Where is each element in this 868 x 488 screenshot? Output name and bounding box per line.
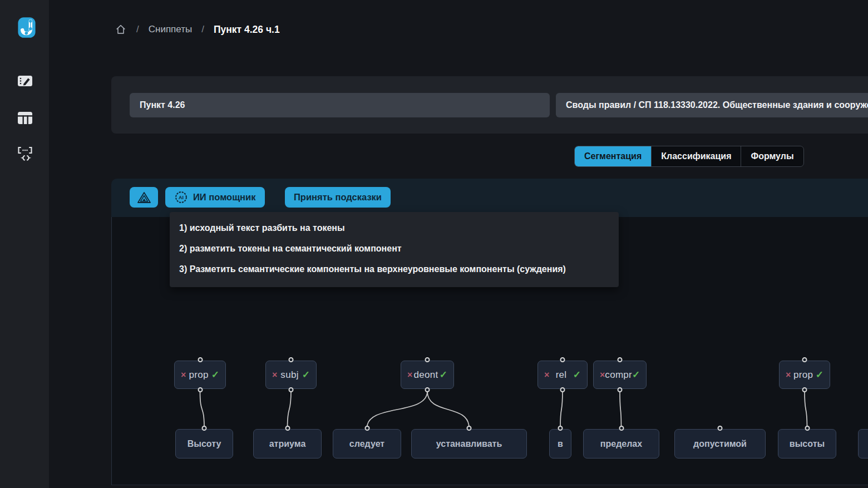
type-node[interactable]: ×prop✓ bbox=[174, 361, 226, 389]
type-node[interactable]: ×subj✓ bbox=[265, 361, 317, 389]
type-node[interactable]: ×deont✓ bbox=[401, 361, 454, 389]
token-box[interactable]: устанавливать bbox=[411, 429, 527, 459]
token-box[interactable]: в bbox=[549, 429, 571, 459]
logo-icon bbox=[14, 15, 39, 40]
accept-suggestions-button[interactable]: Принять подсказки bbox=[285, 187, 391, 208]
node-accept-icon[interactable]: ✓ bbox=[440, 370, 447, 379]
token-handle-top[interactable] bbox=[718, 426, 723, 431]
node-handle-bottom[interactable] bbox=[618, 387, 623, 392]
suggestion-item[interactable]: 1) исходный текст разбить на токены bbox=[170, 218, 619, 239]
node-remove-icon[interactable]: × bbox=[786, 371, 791, 379]
type-node[interactable]: ×rel✓ bbox=[537, 361, 588, 389]
token-box[interactable]: следует bbox=[333, 429, 401, 459]
token-label: атриума bbox=[269, 439, 306, 449]
token-box[interactable]: Высоту bbox=[175, 429, 233, 459]
node-label: subj bbox=[280, 369, 298, 381]
token-box[interactable]: пределах bbox=[583, 429, 659, 459]
token-label: в bbox=[558, 439, 563, 449]
snippet-title-input[interactable] bbox=[130, 93, 550, 117]
tab-classification[interactable]: Классификация bbox=[651, 146, 741, 166]
node-label: deont bbox=[414, 369, 438, 381]
app-window: ×prop✓×subj✓×deont✓×rel✓×compr✓×prop✓Выс… bbox=[0, 0, 868, 488]
sidebar-item-table[interactable] bbox=[16, 109, 34, 127]
document-title-input[interactable] bbox=[556, 93, 868, 117]
token-box[interactable]: атриума bbox=[253, 429, 322, 459]
node-accept-icon[interactable]: ✓ bbox=[573, 370, 581, 379]
breadcrumb-separator: / bbox=[201, 24, 204, 35]
app-logo[interactable] bbox=[14, 15, 39, 40]
ai-suggestions-dropdown: 1) исходный текст разбить на токены2) ра… bbox=[170, 212, 619, 287]
node-handle-bottom[interactable] bbox=[802, 387, 807, 392]
snippet-form-card bbox=[111, 76, 868, 134]
nested-triangles-icon bbox=[137, 191, 151, 204]
token-label: пределах bbox=[600, 439, 642, 449]
node-handle-bottom[interactable] bbox=[560, 387, 565, 392]
node-remove-icon[interactable]: × bbox=[181, 371, 186, 379]
document-edit-icon bbox=[16, 72, 34, 90]
node-label: compr bbox=[605, 369, 632, 381]
node-remove-icon[interactable]: × bbox=[407, 371, 412, 379]
token-box[interactable]: высоты bbox=[778, 429, 836, 459]
node-handle-top[interactable] bbox=[198, 357, 203, 362]
token-handle-top[interactable] bbox=[285, 426, 290, 431]
tab-segmentation[interactable]: Сегментация bbox=[575, 146, 651, 166]
svg-text:AI: AI bbox=[179, 195, 184, 200]
sidebar-item-snippets[interactable] bbox=[16, 72, 34, 91]
node-label: rel bbox=[556, 369, 567, 381]
token-box[interactable] bbox=[858, 429, 868, 459]
type-node[interactable]: ×compr✓ bbox=[593, 361, 647, 389]
markup-toolbar: AI ИИ помощник Принять подсказки bbox=[111, 179, 868, 217]
suggestion-item[interactable]: 3) Разметить семантические компоненты на… bbox=[170, 259, 619, 280]
token-handle-top[interactable] bbox=[619, 426, 624, 431]
node-label: prop bbox=[793, 369, 813, 381]
node-handle-bottom[interactable] bbox=[289, 387, 294, 392]
token-handle-top[interactable] bbox=[558, 426, 563, 431]
token-label: устанавливать bbox=[436, 439, 502, 449]
accept-suggestions-label: Принять подсказки bbox=[294, 192, 382, 203]
node-accept-icon[interactable]: ✓ bbox=[302, 370, 310, 379]
token-label: высоты bbox=[790, 439, 825, 449]
token-box[interactable]: допустимой bbox=[674, 429, 766, 459]
sidebar-item-code[interactable] bbox=[16, 145, 34, 164]
node-remove-icon[interactable]: × bbox=[544, 371, 549, 379]
node-accept-icon[interactable]: ✓ bbox=[211, 370, 219, 379]
breadcrumb-separator: / bbox=[136, 24, 139, 35]
node-remove-icon[interactable]: × bbox=[272, 371, 277, 379]
suggestion-item[interactable]: 2) разметить токены на семантический ком… bbox=[170, 239, 619, 259]
token-handle-top[interactable] bbox=[202, 426, 207, 431]
token-label: допустимой bbox=[693, 439, 747, 449]
tab-formulas[interactable]: Формулы bbox=[741, 146, 803, 166]
token-label: Высоту bbox=[188, 439, 221, 449]
node-handle-top[interactable] bbox=[618, 357, 623, 362]
token-handle-top[interactable] bbox=[805, 426, 810, 431]
breadcrumb: / Сниппеты / Пункт 4.26 ч.1 bbox=[115, 23, 280, 36]
hierarchy-view-button[interactable] bbox=[130, 187, 158, 208]
ai-badge-icon: AI bbox=[174, 190, 188, 204]
node-label: prop bbox=[189, 369, 208, 381]
node-remove-icon[interactable]: × bbox=[600, 371, 605, 379]
token-handle-top[interactable] bbox=[364, 426, 369, 431]
breadcrumb-link-snippets[interactable]: Сниппеты bbox=[149, 24, 192, 35]
table-icon bbox=[16, 109, 34, 127]
node-handle-top[interactable] bbox=[560, 357, 565, 362]
sidebar bbox=[0, 0, 49, 488]
node-handle-top[interactable] bbox=[425, 357, 430, 362]
breadcrumb-current: Пункт 4.26 ч.1 bbox=[214, 24, 280, 36]
tabs: СегментацияКлассификацияФормулы bbox=[574, 146, 804, 167]
node-accept-icon[interactable]: ✓ bbox=[632, 370, 640, 379]
node-handle-bottom[interactable] bbox=[198, 387, 203, 392]
node-handle-bottom[interactable] bbox=[425, 387, 430, 392]
node-accept-icon[interactable]: ✓ bbox=[816, 370, 823, 379]
home-icon[interactable] bbox=[115, 23, 127, 36]
token-handle-top[interactable] bbox=[467, 426, 472, 431]
type-node[interactable]: ×prop✓ bbox=[779, 361, 830, 389]
code-brackets-icon bbox=[16, 145, 34, 164]
ai-assistant-button[interactable]: AI ИИ помощник bbox=[165, 187, 265, 208]
node-handle-top[interactable] bbox=[802, 357, 807, 362]
ai-assistant-label: ИИ помощник bbox=[193, 192, 256, 203]
token-label: следует bbox=[349, 439, 384, 449]
node-handle-top[interactable] bbox=[289, 357, 294, 362]
